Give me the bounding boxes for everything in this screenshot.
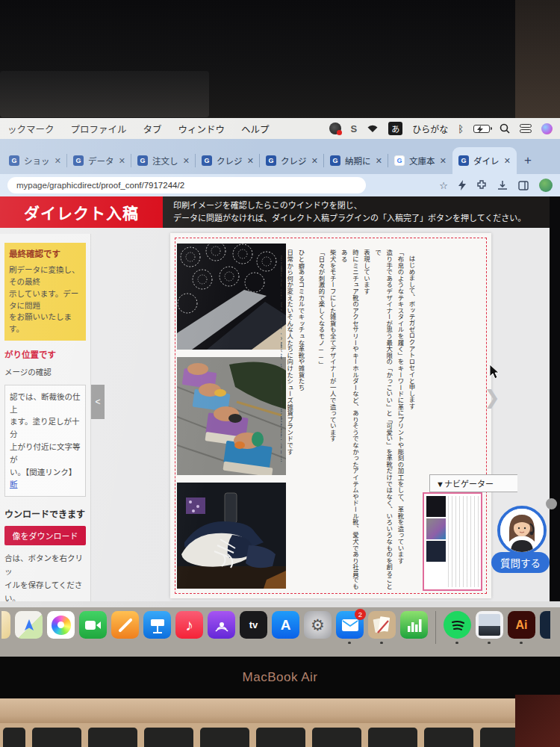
finish-position-heading: がり位置です: [4, 348, 86, 360]
running-indicator: [380, 642, 383, 645]
tab-close-icon[interactable]: ✕: [311, 156, 318, 166]
documents-app-icon[interactable]: [368, 611, 396, 639]
next-page-arrow[interactable]: ❯: [484, 386, 500, 409]
siri-icon[interactable]: [541, 123, 553, 134]
spotlight-search-icon[interactable]: [500, 123, 510, 134]
dock-divider: [435, 611, 436, 644]
text-column: 表現しています: [360, 249, 371, 595]
lightning-extension-icon[interactable]: [458, 180, 466, 190]
proof-confirmation-page: 最終確認です 刷データに変換し、その最終 示しています。データに問題 をお願いい…: [0, 228, 550, 607]
ime-mode-label[interactable]: ひらがな: [412, 123, 448, 135]
illustrator-app-icon[interactable]: Ai: [508, 611, 535, 639]
tab-direct-active[interactable]: G ダイレク ✕: [452, 147, 517, 174]
settings-app-icon[interactable]: ⚙: [304, 611, 332, 639]
facetime-app-icon[interactable]: [79, 611, 107, 639]
address-bar[interactable]: mypage/graphicdirect/proof_conf/7917244/…: [7, 177, 366, 193]
lace-fabric-photo: [177, 244, 286, 350]
keynote-app-icon[interactable]: [143, 611, 171, 639]
text-column: 造り手であるデザイナーが思う最大限の「かっこいい」と「可愛い」を革靴だけではなく…: [372, 249, 394, 595]
running-indicator: [455, 642, 458, 645]
ime-input-icon[interactable]: あ: [388, 122, 402, 135]
s-status-icon[interactable]: S: [351, 123, 358, 134]
mail-app-icon[interactable]: 2: [336, 611, 364, 639]
appstore-app-icon[interactable]: A: [272, 611, 299, 639]
desk-surface-corner: [515, 695, 560, 747]
tab-credit-1[interactable]: G クレジ ✕: [196, 147, 260, 174]
download-image-button[interactable]: 像をダウンロード: [4, 526, 86, 545]
battery-icon[interactable]: [473, 125, 490, 133]
navigator-mini-text: [448, 496, 479, 587]
tab-bunkobon[interactable]: G 文庫本 ✕: [388, 147, 452, 174]
text-column: 「日々が刺激的で楽しくなるモノ──」: [315, 249, 326, 595]
function-key: [144, 728, 193, 747]
tab-data[interactable]: G データ ✕: [67, 147, 131, 174]
control-center-icon[interactable]: [520, 124, 532, 133]
menu-profiles[interactable]: プロファイル: [71, 122, 127, 136]
tab-close-icon[interactable]: ✕: [247, 156, 254, 166]
tab-close-icon[interactable]: ✕: [55, 156, 61, 166]
esc-key: [3, 728, 25, 747]
browser-tab-strip: G ショッピ ✕ G データ ✕ G 注文し ✕ G クレジ ✕ G クレジ ✕…: [0, 139, 560, 174]
tab-credit-2[interactable]: G クレジ ✕: [260, 147, 324, 174]
podcasts-app-icon[interactable]: [208, 611, 235, 639]
maps-app-icon[interactable]: [15, 611, 43, 639]
operator-avatar[interactable]: [497, 506, 547, 555]
macos-dock: ♪ tv A ⚙ 2: [0, 607, 560, 657]
photos-app-icon[interactable]: [47, 611, 75, 639]
menu-help[interactable]: ヘルプ: [241, 122, 270, 136]
music-app-icon[interactable]: ♪: [175, 611, 203, 639]
tab-close-icon[interactable]: ✕: [183, 156, 190, 166]
tab-delivery[interactable]: G 納期に ✕: [324, 147, 388, 174]
menu-bookmarks[interactable]: ックマーク: [7, 122, 55, 136]
function-key: [424, 728, 473, 747]
ask-question-button[interactable]: 質問する: [491, 552, 550, 573]
site-favicon: G: [137, 155, 148, 166]
proof-body-vertical-text: はじめまして、ボッテガゼロクアトロセイと申します 「布帛のようなテキスタイルを履…: [281, 249, 417, 595]
function-key: [368, 728, 417, 747]
running-indicator: [488, 642, 491, 645]
function-key: [200, 728, 249, 747]
function-key: [312, 728, 361, 747]
tab-order[interactable]: G 注文し ✕: [131, 147, 196, 174]
tab-close-icon[interactable]: ✕: [504, 156, 511, 166]
tab-close-icon[interactable]: ✕: [119, 156, 125, 166]
new-tab-button[interactable]: +: [524, 153, 532, 168]
spotify-app-icon[interactable]: [444, 611, 471, 639]
browser-profile-avatar[interactable]: [539, 179, 553, 192]
numbers-app-icon[interactable]: [400, 611, 428, 639]
text-column: 日常から何か変えたいそんな人たちに向けたシューズ雑貨ブランドです: [284, 249, 295, 595]
download-icon[interactable]: [497, 180, 508, 190]
menu-window[interactable]: ウィンドウ: [178, 122, 225, 136]
background-desk-shadow: [0, 71, 209, 117]
site-favicon: G: [266, 155, 276, 166]
bluetooth-icon[interactable]: ᛒ: [458, 123, 464, 134]
site-favicon: G: [73, 155, 84, 166]
trim-note-box: 認では、断裁後の仕上 ます。塗り足しが十分 上がり付近に文字等が い。【関連リン…: [4, 385, 86, 497]
partial-app-icon[interactable]: [1, 611, 10, 639]
running-indicator: [520, 642, 523, 645]
photo-of-macbook-screen: ックマーク プロファイル タブ ウィンドウ ヘルプ S あ ひらがな ᛒ G シ…: [0, 0, 560, 747]
related-link[interactable]: 断: [10, 480, 18, 489]
navigator-thumbnail[interactable]: [423, 492, 482, 591]
menu-tab[interactable]: タブ: [143, 122, 162, 136]
wifi-icon[interactable]: [367, 124, 379, 133]
tab-close-icon[interactable]: ✕: [440, 156, 447, 166]
tab-shopping[interactable]: G ショッピ ✕: [3, 147, 67, 174]
extensions-puzzle-icon[interactable]: [476, 180, 487, 190]
bookmark-star-icon[interactable]: ☆: [439, 180, 448, 191]
navigator-mini-photos: [426, 496, 446, 587]
banner-title: ダイレクト入稿: [0, 196, 163, 228]
tab-close-icon[interactable]: ✕: [376, 156, 382, 166]
macbook-keyboard-row: [0, 723, 560, 747]
mail-unread-badge: 2: [355, 609, 366, 620]
image-file-icon[interactable]: [476, 611, 503, 639]
text-column: 「布帛のようなテキスタイルを履く」をキーワードに革にプリントや彫刻の加工をして、…: [394, 249, 405, 595]
sidebar-collapse-handle[interactable]: <: [91, 385, 105, 419]
chat-close-icon[interactable]: [546, 498, 557, 509]
partial-app-icon-right[interactable]: [540, 611, 550, 639]
sidebar-toggle-icon[interactable]: [518, 181, 529, 190]
navigator-header[interactable]: ▼ナビゲーター: [429, 474, 517, 492]
appletv-app-icon[interactable]: tv: [240, 611, 267, 639]
camera-lens-status-icon[interactable]: [329, 123, 341, 134]
pages-app-icon[interactable]: [111, 611, 139, 639]
